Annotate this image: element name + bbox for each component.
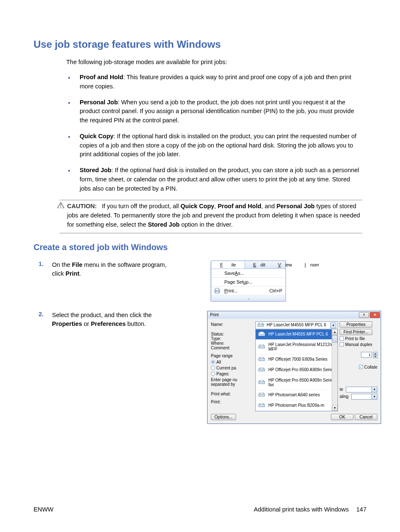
print-dialog-screenshot: Print ? ✕ Name: Status: Type: Where: (182, 311, 381, 424)
zoom-combo-1[interactable] (346, 387, 377, 393)
menubar: File Edit View Inser (212, 261, 286, 269)
step-text-part: On the (52, 261, 72, 268)
expand-chevron-icon[interactable]: ⌄ (212, 295, 286, 301)
printer-option[interactable]: HP LaserJet M4555 MFP PCL 6 (256, 329, 338, 340)
mode-desc: : If the optional hard disk is installed… (80, 167, 359, 192)
label-enterpages: Enter page nu (211, 377, 254, 382)
find-printer-button[interactable]: Find Printer... (340, 329, 372, 335)
modes-list: Proof and Hold: This feature provides a … (80, 73, 362, 193)
cancel-button[interactable]: Cancel (355, 414, 377, 420)
step-text-part: button. (126, 320, 146, 327)
menu-view[interactable]: View (270, 261, 296, 269)
zoom-combo-2[interactable] (351, 394, 377, 400)
page-number: 147 (356, 506, 366, 513)
footer-section: Additional print tasks with Windows (254, 506, 348, 513)
svg-rect-11 (260, 344, 263, 346)
label-fragment: aling (340, 394, 348, 399)
step-number: 2. (34, 311, 52, 318)
printer-icon (258, 380, 265, 385)
step-text-part: File (72, 261, 83, 268)
list-item: Quick Copy: If the optional hard disk is… (80, 132, 362, 159)
step-text-part: Properties (52, 320, 82, 327)
printer-icon (258, 393, 265, 398)
radio-current[interactable] (211, 366, 215, 370)
label-collate: Collate (364, 365, 377, 369)
label-fragment: te (340, 387, 343, 392)
label-pages: Pages: (216, 372, 229, 376)
scroll-thumb[interactable] (332, 335, 338, 343)
label-comment: Comment: (211, 346, 254, 350)
caution-text: , and (261, 203, 276, 209)
printer-option[interactable]: HP Officejet Pro 8500 A909n Series (256, 365, 338, 375)
menu-file[interactable]: File (212, 261, 245, 269)
menu-item-print[interactable]: Print... Ctrl+P (212, 287, 286, 295)
properties-button[interactable]: Properties (340, 321, 372, 328)
printer-option[interactable]: HP LaserJet Professional M1212nf MFP (256, 340, 338, 354)
printer-icon (258, 367, 265, 372)
printer-option[interactable]: HP Officejet 7000 E809a Series (256, 354, 338, 365)
printer-icon (258, 357, 265, 362)
spin-down-icon[interactable]: ▼ (374, 355, 377, 358)
options-button[interactable]: Options... (211, 414, 236, 420)
page-footer: ENWW Additional print tasks with Windows… (34, 506, 366, 513)
menu-edit[interactable]: Edit (245, 261, 270, 269)
scroll-up-icon[interactable]: ▲ (332, 329, 338, 335)
menu-insert[interactable]: Inser (296, 261, 323, 269)
label-type: Type: (211, 336, 254, 341)
menu-item-saveas[interactable]: Save As... (212, 269, 286, 278)
label-print: Print: (211, 400, 254, 404)
svg-rect-3 (216, 288, 219, 290)
radio-all[interactable] (211, 360, 215, 364)
label-printwhat: Print what: (211, 392, 254, 396)
checkbox-manualduplex[interactable] (340, 342, 344, 346)
caution-text: Quick Copy (181, 203, 215, 209)
ok-button[interactable]: OK (331, 414, 353, 420)
dialog-title: Print (210, 312, 219, 317)
svg-rect-19 (260, 393, 263, 394)
printer-icon (257, 323, 264, 328)
printer-option-label: HP Officejet Pro 8500 A909n Series fax (268, 378, 335, 387)
caution-text: Personal Job (276, 203, 314, 209)
caution-text: option in the driver. (179, 221, 233, 228)
caution-label: CAUTION: (67, 203, 97, 209)
svg-point-1 (60, 207, 61, 208)
step-text-part: Preferences (91, 320, 126, 327)
printer-icon (258, 344, 265, 349)
checkbox-collate[interactable]: ✓ (359, 365, 363, 369)
printer-option[interactable]: HP Photosmart Plus B209a-m (256, 400, 338, 411)
step-number: 1. (34, 261, 52, 267)
warning-icon (57, 202, 64, 208)
printer-dropdown[interactable]: HP LaserJet M4555 MFP PCL 6 HP LaserJet … (255, 321, 338, 411)
scroll-down-icon[interactable]: ▼ (332, 405, 338, 411)
svg-point-7 (262, 324, 263, 325)
printer-option-label: HP Officejet Pro 8500 A909n Series (268, 367, 335, 372)
mode-name: Stored Job (80, 167, 112, 173)
label-all: All (216, 360, 221, 364)
menu-item-pagesetup[interactable]: Page Setup... (212, 278, 286, 287)
list-item: Stored Job: If the optional hard disk is… (80, 166, 362, 193)
list-item: Personal Job: When you send a job to the… (80, 98, 362, 125)
mode-name: Proof and Hold (80, 74, 123, 80)
step-text-part: or (82, 320, 91, 327)
printer-option[interactable]: HP Photosmart A640 series (256, 390, 338, 400)
copies-spinbox[interactable]: 1 (361, 352, 372, 358)
scrollbar[interactable]: ▲ ▼ (332, 329, 338, 411)
step-text-part: Print (65, 270, 79, 277)
caution-text: Proof and Hold (218, 203, 261, 209)
printer-option[interactable]: HP Officejet Pro 8500 A909n Series fax (256, 375, 338, 390)
printer-icon (258, 332, 265, 337)
checkbox-printtofile[interactable] (340, 336, 344, 341)
label-currentpage: Current pa (216, 366, 236, 370)
label-status: Status: (211, 332, 254, 336)
spin-up-icon[interactable]: ▲ (374, 352, 377, 355)
svg-rect-17 (260, 380, 263, 382)
step-text-part: Select the product, and then click the (52, 312, 152, 318)
help-button[interactable]: ? (359, 312, 369, 318)
radio-pages[interactable] (211, 372, 215, 376)
close-button[interactable]: ✕ (370, 312, 380, 318)
label-where: Where: (211, 341, 254, 346)
mode-name: Personal Job (80, 99, 118, 106)
printer-icon (258, 403, 265, 408)
sub-heading: Create a stored job with Windows (34, 243, 366, 252)
mode-name: Quick Copy (80, 133, 114, 139)
